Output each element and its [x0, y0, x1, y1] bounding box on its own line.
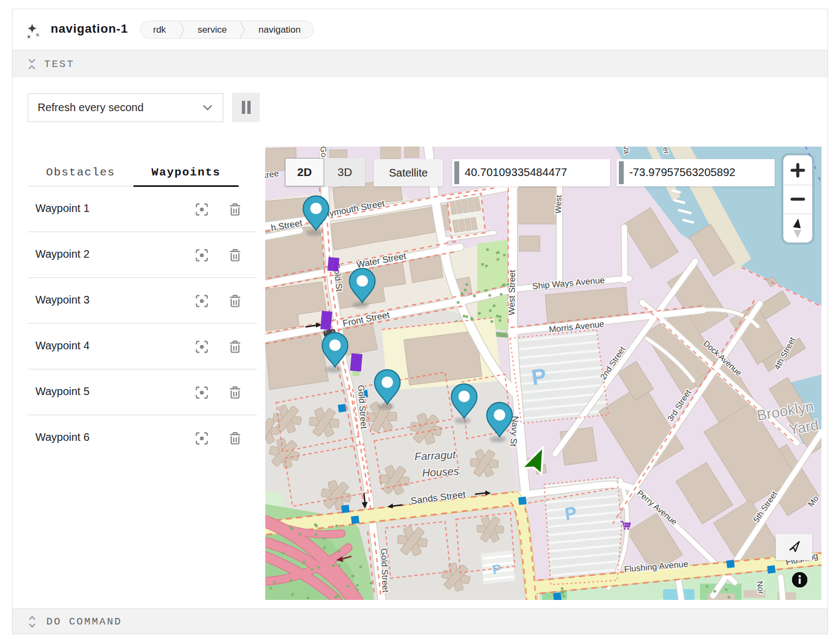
svg-text:Nor: Nor — [755, 580, 766, 595]
svg-text:West Street: West Street — [507, 270, 516, 316]
svg-text:Gold Street: Gold Street — [380, 548, 391, 593]
svg-text:Houses: Houses — [422, 465, 459, 479]
svg-text:Go: Go — [319, 147, 329, 157]
svg-text:West: West — [553, 195, 563, 214]
svg-text:Farragut: Farragut — [414, 448, 456, 463]
